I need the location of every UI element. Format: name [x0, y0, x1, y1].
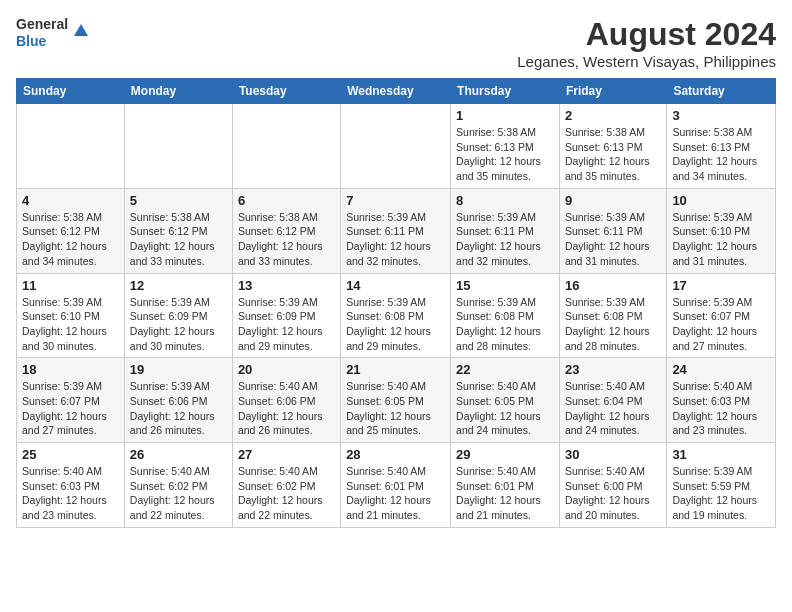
svg-marker-0 — [74, 24, 88, 36]
day-info: Sunrise: 5:39 AM Sunset: 6:07 PM Dayligh… — [22, 379, 119, 438]
day-number: 12 — [130, 278, 227, 293]
calendar-cell: 16Sunrise: 5:39 AM Sunset: 6:08 PM Dayli… — [559, 273, 666, 358]
day-info: Sunrise: 5:39 AM Sunset: 6:08 PM Dayligh… — [456, 295, 554, 354]
day-number: 19 — [130, 362, 227, 377]
day-number: 27 — [238, 447, 335, 462]
logo-text: General Blue — [16, 16, 68, 50]
day-info: Sunrise: 5:39 AM Sunset: 6:09 PM Dayligh… — [238, 295, 335, 354]
weekday-header: Monday — [124, 79, 232, 104]
day-number: 24 — [672, 362, 770, 377]
day-number: 2 — [565, 108, 661, 123]
day-number: 7 — [346, 193, 445, 208]
day-info: Sunrise: 5:40 AM Sunset: 6:02 PM Dayligh… — [130, 464, 227, 523]
logo-line2: Blue — [16, 33, 68, 50]
calendar-cell: 5Sunrise: 5:38 AM Sunset: 6:12 PM Daylig… — [124, 188, 232, 273]
day-info: Sunrise: 5:38 AM Sunset: 6:13 PM Dayligh… — [672, 125, 770, 184]
calendar-cell: 6Sunrise: 5:38 AM Sunset: 6:12 PM Daylig… — [232, 188, 340, 273]
calendar-cell: 21Sunrise: 5:40 AM Sunset: 6:05 PM Dayli… — [341, 358, 451, 443]
day-info: Sunrise: 5:39 AM Sunset: 5:59 PM Dayligh… — [672, 464, 770, 523]
day-number: 29 — [456, 447, 554, 462]
calendar-cell: 8Sunrise: 5:39 AM Sunset: 6:11 PM Daylig… — [451, 188, 560, 273]
day-number: 8 — [456, 193, 554, 208]
calendar-week-row: 18Sunrise: 5:39 AM Sunset: 6:07 PM Dayli… — [17, 358, 776, 443]
calendar-cell: 10Sunrise: 5:39 AM Sunset: 6:10 PM Dayli… — [667, 188, 776, 273]
calendar-cell: 23Sunrise: 5:40 AM Sunset: 6:04 PM Dayli… — [559, 358, 666, 443]
calendar-subtitle: Leganes, Western Visayas, Philippines — [517, 53, 776, 70]
calendar-cell: 30Sunrise: 5:40 AM Sunset: 6:00 PM Dayli… — [559, 443, 666, 528]
day-number: 17 — [672, 278, 770, 293]
day-info: Sunrise: 5:40 AM Sunset: 6:04 PM Dayligh… — [565, 379, 661, 438]
logo-icon — [72, 22, 90, 40]
day-number: 30 — [565, 447, 661, 462]
day-number: 28 — [346, 447, 445, 462]
calendar-cell: 17Sunrise: 5:39 AM Sunset: 6:07 PM Dayli… — [667, 273, 776, 358]
day-number: 1 — [456, 108, 554, 123]
day-number: 31 — [672, 447, 770, 462]
weekday-header-row: SundayMondayTuesdayWednesdayThursdayFrid… — [17, 79, 776, 104]
calendar-cell — [341, 104, 451, 189]
calendar-cell: 15Sunrise: 5:39 AM Sunset: 6:08 PM Dayli… — [451, 273, 560, 358]
day-info: Sunrise: 5:38 AM Sunset: 6:12 PM Dayligh… — [22, 210, 119, 269]
weekday-header: Friday — [559, 79, 666, 104]
day-number: 11 — [22, 278, 119, 293]
day-info: Sunrise: 5:40 AM Sunset: 6:05 PM Dayligh… — [456, 379, 554, 438]
calendar-cell: 29Sunrise: 5:40 AM Sunset: 6:01 PM Dayli… — [451, 443, 560, 528]
day-number: 18 — [22, 362, 119, 377]
calendar-week-row: 25Sunrise: 5:40 AM Sunset: 6:03 PM Dayli… — [17, 443, 776, 528]
calendar-cell — [232, 104, 340, 189]
calendar-cell: 27Sunrise: 5:40 AM Sunset: 6:02 PM Dayli… — [232, 443, 340, 528]
weekday-header: Thursday — [451, 79, 560, 104]
day-number: 10 — [672, 193, 770, 208]
calendar-cell: 11Sunrise: 5:39 AM Sunset: 6:10 PM Dayli… — [17, 273, 125, 358]
day-info: Sunrise: 5:40 AM Sunset: 6:06 PM Dayligh… — [238, 379, 335, 438]
calendar-cell: 12Sunrise: 5:39 AM Sunset: 6:09 PM Dayli… — [124, 273, 232, 358]
day-info: Sunrise: 5:39 AM Sunset: 6:10 PM Dayligh… — [672, 210, 770, 269]
calendar-cell: 28Sunrise: 5:40 AM Sunset: 6:01 PM Dayli… — [341, 443, 451, 528]
weekday-header: Tuesday — [232, 79, 340, 104]
calendar-cell: 9Sunrise: 5:39 AM Sunset: 6:11 PM Daylig… — [559, 188, 666, 273]
day-number: 20 — [238, 362, 335, 377]
weekday-header: Sunday — [17, 79, 125, 104]
day-info: Sunrise: 5:39 AM Sunset: 6:11 PM Dayligh… — [346, 210, 445, 269]
day-info: Sunrise: 5:40 AM Sunset: 6:00 PM Dayligh… — [565, 464, 661, 523]
day-info: Sunrise: 5:38 AM Sunset: 6:12 PM Dayligh… — [238, 210, 335, 269]
day-number: 21 — [346, 362, 445, 377]
day-number: 13 — [238, 278, 335, 293]
title-block: August 2024 Leganes, Western Visayas, Ph… — [517, 16, 776, 70]
day-info: Sunrise: 5:39 AM Sunset: 6:08 PM Dayligh… — [565, 295, 661, 354]
day-info: Sunrise: 5:39 AM Sunset: 6:09 PM Dayligh… — [130, 295, 227, 354]
calendar-cell — [124, 104, 232, 189]
day-info: Sunrise: 5:38 AM Sunset: 6:13 PM Dayligh… — [565, 125, 661, 184]
day-number: 16 — [565, 278, 661, 293]
calendar-cell: 2Sunrise: 5:38 AM Sunset: 6:13 PM Daylig… — [559, 104, 666, 189]
calendar-cell: 19Sunrise: 5:39 AM Sunset: 6:06 PM Dayli… — [124, 358, 232, 443]
day-number: 22 — [456, 362, 554, 377]
calendar-cell: 14Sunrise: 5:39 AM Sunset: 6:08 PM Dayli… — [341, 273, 451, 358]
calendar-week-row: 1Sunrise: 5:38 AM Sunset: 6:13 PM Daylig… — [17, 104, 776, 189]
day-info: Sunrise: 5:40 AM Sunset: 6:03 PM Dayligh… — [22, 464, 119, 523]
day-info: Sunrise: 5:38 AM Sunset: 6:12 PM Dayligh… — [130, 210, 227, 269]
day-number: 23 — [565, 362, 661, 377]
calendar-cell: 20Sunrise: 5:40 AM Sunset: 6:06 PM Dayli… — [232, 358, 340, 443]
page-header: General Blue August 2024 Leganes, Wester… — [16, 16, 776, 70]
calendar-cell: 4Sunrise: 5:38 AM Sunset: 6:12 PM Daylig… — [17, 188, 125, 273]
calendar-cell: 18Sunrise: 5:39 AM Sunset: 6:07 PM Dayli… — [17, 358, 125, 443]
day-info: Sunrise: 5:39 AM Sunset: 6:10 PM Dayligh… — [22, 295, 119, 354]
day-number: 25 — [22, 447, 119, 462]
calendar-week-row: 11Sunrise: 5:39 AM Sunset: 6:10 PM Dayli… — [17, 273, 776, 358]
calendar-week-row: 4Sunrise: 5:38 AM Sunset: 6:12 PM Daylig… — [17, 188, 776, 273]
calendar-cell: 13Sunrise: 5:39 AM Sunset: 6:09 PM Dayli… — [232, 273, 340, 358]
day-info: Sunrise: 5:39 AM Sunset: 6:06 PM Dayligh… — [130, 379, 227, 438]
day-info: Sunrise: 5:39 AM Sunset: 6:11 PM Dayligh… — [565, 210, 661, 269]
day-number: 14 — [346, 278, 445, 293]
calendar-cell: 1Sunrise: 5:38 AM Sunset: 6:13 PM Daylig… — [451, 104, 560, 189]
calendar-cell: 22Sunrise: 5:40 AM Sunset: 6:05 PM Dayli… — [451, 358, 560, 443]
day-info: Sunrise: 5:38 AM Sunset: 6:13 PM Dayligh… — [456, 125, 554, 184]
logo: General Blue — [16, 16, 90, 50]
calendar-cell: 25Sunrise: 5:40 AM Sunset: 6:03 PM Dayli… — [17, 443, 125, 528]
calendar-cell: 31Sunrise: 5:39 AM Sunset: 5:59 PM Dayli… — [667, 443, 776, 528]
day-info: Sunrise: 5:40 AM Sunset: 6:01 PM Dayligh… — [346, 464, 445, 523]
calendar-cell: 7Sunrise: 5:39 AM Sunset: 6:11 PM Daylig… — [341, 188, 451, 273]
day-number: 15 — [456, 278, 554, 293]
day-info: Sunrise: 5:39 AM Sunset: 6:08 PM Dayligh… — [346, 295, 445, 354]
